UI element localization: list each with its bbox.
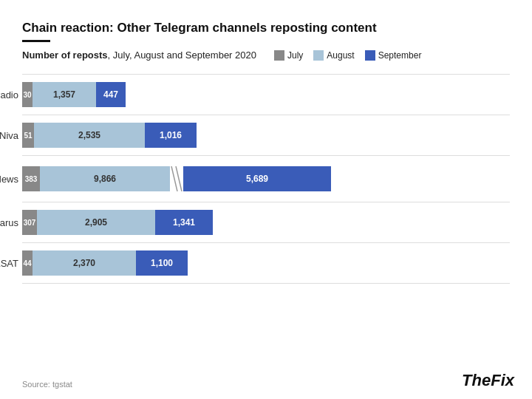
- chart-title: Chain reaction: Other Telegram channels …: [22, 21, 510, 35]
- legend: July August September: [274, 50, 421, 61]
- bar-sep-rfelr: 1,341: [155, 210, 213, 235]
- row-label-belsat: BELSAT: [0, 258, 18, 269]
- subtitle-bold: Number of reposts: [22, 50, 108, 61]
- chart-rows: Euroradio 30 1,357 447 Nasha Niva 51 2,5…: [22, 74, 510, 284]
- source-label: Source: tgstat: [22, 380, 72, 389]
- table-row: TUT.BY News 383 9,866 5,689: [22, 156, 510, 202]
- legend-september: September: [365, 50, 422, 61]
- bar-sep-euroradio: 447: [96, 82, 126, 107]
- table-row: Euroradio 30 1,357 447: [22, 75, 510, 115]
- legend-august-box: [313, 50, 324, 61]
- bar-july-nashaniva: 51: [22, 123, 34, 148]
- legend-september-label: September: [378, 50, 422, 61]
- table-row: BELSAT 44 2,370 1,100: [22, 243, 510, 283]
- legend-july-box: [274, 50, 284, 61]
- bars-belsat: 44 2,370 1,100: [22, 246, 188, 280]
- bars-nashaniva: 51 2,535 1,016: [22, 118, 197, 152]
- row-label-tutby: TUT.BY News: [0, 174, 18, 185]
- brand-label: TheFix: [462, 371, 514, 390]
- bar-sep-belsat: 1,100: [136, 250, 188, 276]
- legend-july: July: [274, 50, 303, 61]
- bar-august-tutby: 9,866: [40, 166, 170, 191]
- bar-august-nashaniva: 2,535: [34, 123, 145, 148]
- bar-july-belsat: 44: [22, 250, 33, 276]
- row-label-nashaniva: Nasha Niva: [0, 130, 18, 141]
- bar-sep-tutby: 5,689: [183, 166, 331, 191]
- bar-sep-nashaniva: 1,016: [145, 123, 197, 148]
- bars-euroradio: 30 1,357 447: [22, 78, 126, 112]
- row-label-rfelr: RFELR Belarus: [0, 217, 18, 228]
- bar-august-rfelr: 2,905: [37, 210, 155, 235]
- bar-july-euroradio: 30: [22, 82, 33, 107]
- bar-july-rfelr: 307: [22, 210, 37, 235]
- legend-august-label: August: [327, 50, 354, 61]
- bar-august-euroradio: 1,357: [33, 82, 96, 107]
- title-underline: [22, 40, 50, 42]
- table-row: Nasha Niva 51 2,535 1,016: [22, 115, 510, 155]
- table-row: RFELR Belarus 307 2,905 1,341: [22, 202, 510, 242]
- row-label-euroradio: Euroradio: [0, 89, 18, 100]
- bars-rfelr: 307 2,905 1,341: [22, 205, 213, 239]
- bar-august-belsat: 2,370: [33, 250, 136, 276]
- chart-subtitle: Number of reposts, July, August and Sept…: [22, 50, 510, 61]
- legend-august: August: [313, 50, 354, 61]
- legend-july-label: July: [287, 50, 303, 61]
- subtitle-rest: , July, August and September 2020: [108, 50, 256, 61]
- break-symbol: [170, 166, 183, 191]
- page-container: Chain reaction: Other Telegram channels …: [0, 0, 532, 299]
- bar-july-tutby: 383: [22, 166, 40, 191]
- bars-tutby: 383 9,866 5,689: [22, 159, 331, 199]
- legend-september-box: [365, 50, 375, 61]
